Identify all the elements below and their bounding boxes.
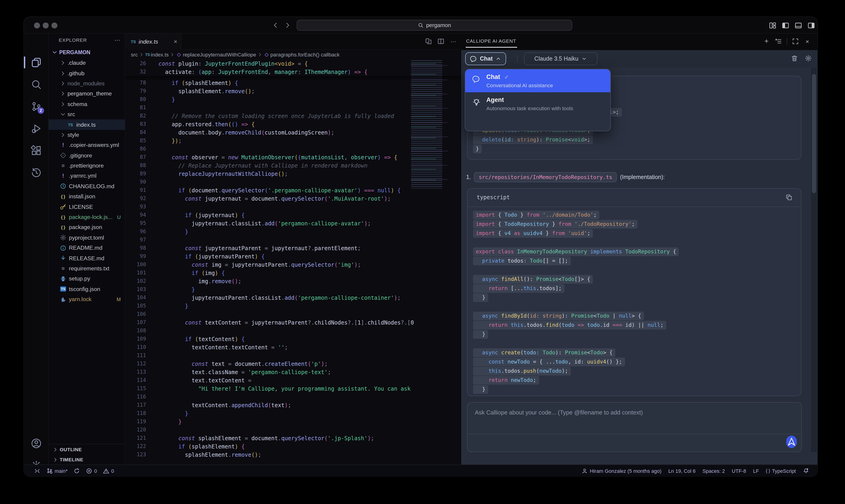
sync-icon (73, 468, 80, 474)
sidebar-section-outline[interactable]: OUTLINE (49, 444, 125, 454)
more-actions-icon[interactable]: ⋯ (450, 38, 457, 45)
tree-item-install-json[interactable]: {}install.json (49, 192, 125, 202)
forward-icon[interactable] (284, 22, 291, 29)
toggle-panel-icon[interactable] (794, 22, 802, 29)
tree-item-package-json[interactable]: {}package.json (49, 222, 125, 233)
extensions-icon (31, 145, 42, 156)
status-eol[interactable]: LF (753, 468, 759, 473)
status-warnings[interactable]: 0 (103, 468, 114, 474)
activity-run-and-debug[interactable] (31, 123, 42, 134)
activity-source-control[interactable]: 2 (31, 101, 42, 112)
back-icon[interactable] (272, 22, 279, 29)
send-button[interactable] (786, 436, 797, 448)
activity-explorer[interactable] (31, 57, 42, 68)
activity-extensions[interactable] (31, 145, 42, 156)
tree-item-schema[interactable]: schema (49, 99, 125, 109)
tree-item--prettierignore[interactable]: ≡.prettierignore (49, 161, 125, 171)
minimize-window-button[interactable] (43, 22, 49, 28)
new-chat-button[interactable]: + (763, 38, 770, 45)
mode-select-button[interactable]: Chat (465, 52, 506, 65)
clear-chat-button[interactable] (791, 55, 798, 62)
customize-layout-icon[interactable] (769, 22, 777, 29)
tree-item-README-md[interactable]: README.md (49, 243, 125, 253)
status-git-branch[interactable]: main* (47, 468, 68, 474)
activity-search[interactable] (31, 79, 42, 90)
status-git-blame[interactable]: Hiram Gonzalez (5 months ago) (582, 468, 662, 474)
tree-item-CHANGELOG-md[interactable]: CHANGELOG.md (49, 181, 125, 192)
tree-item-setup-py[interactable]: setup.py (49, 274, 125, 284)
code-line-118: 118 } (125, 410, 461, 418)
status-sync-changes[interactable] (73, 468, 80, 474)
tree-item-src[interactable]: src (49, 109, 125, 120)
tree-item-tsconfig-json[interactable]: TStsconfig.json (49, 284, 125, 294)
status-language-mode[interactable]: { }TypeScript (766, 468, 796, 473)
command-center-search[interactable]: pergamon (297, 20, 572, 31)
breadcrumb-item[interactable]: replaceJupyternautWithCalliope (176, 52, 256, 58)
tree-item-package-lock-js-[interactable]: {}package-lock.js...U (49, 212, 125, 222)
close-tab-icon[interactable]: × (174, 38, 177, 45)
split-editor-icon[interactable] (437, 38, 444, 45)
tree-item-pyproject-toml[interactable]: pyproject.toml (49, 233, 125, 243)
code-editor[interactable]: 26const plugin: JupyterFrontEndPlugin<vo… (125, 60, 461, 465)
plus-icon: + (763, 38, 770, 45)
status-cursor-position[interactable]: Ln 19, Col 6 (668, 468, 696, 473)
breadcrumb-item[interactable]: TSindex.ts (145, 52, 169, 57)
status-remote-indicator[interactable] (34, 468, 40, 474)
activity-account[interactable] (31, 438, 42, 449)
tree-root-pergamon[interactable]: PERGAMON (49, 47, 125, 57)
titlebar: pergamon (24, 17, 817, 34)
tree-item-requirements-txt[interactable]: ≡requirements.txt (49, 264, 125, 274)
chat-history-button[interactable] (775, 38, 782, 45)
chat-settings-button[interactable] (805, 55, 812, 62)
chat-code-line (473, 266, 795, 275)
maximize-panel-button[interactable] (792, 38, 799, 45)
chat-input[interactable]: Ask Calliope about your code... (Type @f… (467, 402, 802, 452)
breadcrumb[interactable]: srcTSindex.tsreplaceJupyternautWithCalli… (131, 50, 461, 60)
status-indentation[interactable]: Spaces: 2 (702, 468, 725, 473)
tree-item-RELEASE-md[interactable]: RELEASE.md (49, 253, 125, 264)
dropdown-item-chat[interactable]: Chat✓Conversational AI assistance (465, 69, 610, 92)
activity-timeline[interactable] (31, 167, 42, 178)
status-bar: main*00 Hiram Gonzalez (5 months ago)Ln … (24, 465, 817, 476)
code-line-121: 121 const splashElement = document.query… (125, 434, 461, 443)
tree-item--github[interactable]: .github (49, 68, 125, 78)
tree-item--copier-answers-yml[interactable]: !.copier-answers.yml (49, 140, 125, 150)
chat-list-icon (775, 38, 782, 45)
status-encoding[interactable]: UTF-8 (732, 468, 746, 473)
code-line-79: 79 splashElement.remove(); (125, 87, 461, 95)
chat-scrollbar[interactable] (811, 68, 817, 452)
chevron-down-icon (60, 111, 66, 118)
tree-item-index-ts[interactable]: TSindex.ts (49, 120, 125, 130)
tree-item--claude[interactable]: .claude (49, 58, 125, 68)
status-notifications[interactable] (803, 468, 809, 474)
dropdown-item-agent[interactable]: AgentAutonomous task execution with tool… (465, 92, 610, 115)
chat-code-line: import { TodoRepository } from './TodoRe… (473, 220, 795, 229)
chat-code-line (473, 339, 795, 348)
toggle-sidebar-right-icon[interactable] (807, 22, 815, 29)
more-actions-icon[interactable]: ⋯ (115, 36, 120, 43)
minimap[interactable] (411, 60, 456, 188)
code-line-81: 81 (125, 104, 461, 112)
status-errors[interactable]: 0 (86, 468, 97, 474)
open-changes-icon[interactable] (425, 38, 432, 45)
tree-item-LICENSE[interactable]: LICENSE (49, 202, 125, 212)
model-select-button[interactable]: Claude 3.5 Haiku (524, 52, 597, 65)
toggle-sidebar-left-icon[interactable] (781, 22, 789, 29)
code-line-114: 114 text.textContent = (125, 376, 461, 385)
tree-item--gitignore[interactable]: .gitignore (49, 150, 125, 161)
tree-item--yarnrc-yml[interactable]: !.yarnrc.yml (49, 171, 125, 181)
tree-item-yarn-lock[interactable]: yarn.lockM (49, 294, 125, 305)
file-path-chip[interactable]: src/repositories/InMemoryTodoRepository.… (474, 172, 617, 182)
tree-item-pergamon-theme[interactable]: pergamon_theme (49, 89, 125, 99)
tree-item-node-modules[interactable]: node_modules (49, 78, 125, 89)
tab-index-ts[interactable]: TS index.ts × (125, 34, 181, 50)
tree-item-style[interactable]: style (49, 130, 125, 140)
zoom-window-button[interactable] (51, 22, 57, 28)
sidebar-section-timeline[interactable]: TIMELINE (49, 454, 125, 465)
breadcrumb-item[interactable]: src (131, 52, 138, 57)
copy-icon[interactable] (785, 194, 793, 201)
breadcrumb-item[interactable]: paragraphs.forEach() callback (263, 52, 339, 58)
code-line-106: 106 (125, 310, 461, 319)
close-window-button[interactable] (34, 22, 40, 28)
close-panel-button[interactable]: × (804, 38, 811, 45)
